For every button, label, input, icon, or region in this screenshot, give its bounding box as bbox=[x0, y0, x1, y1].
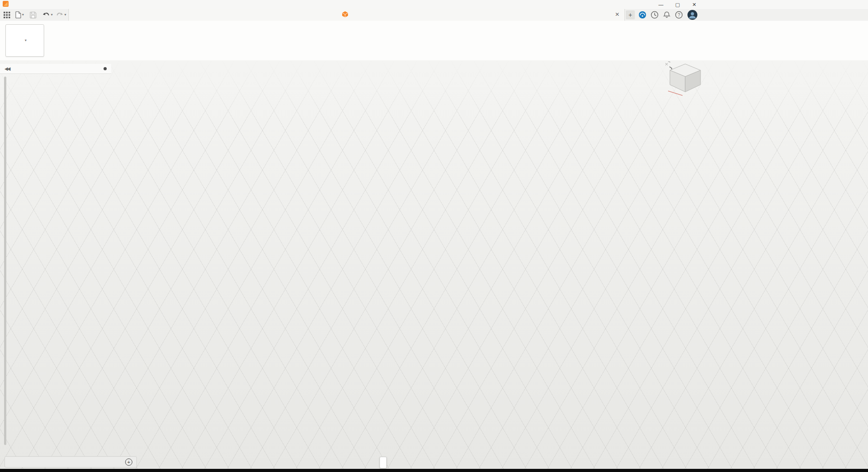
notifications-bell-icon[interactable] bbox=[663, 11, 671, 19]
document-icon bbox=[342, 11, 348, 19]
view-cube[interactable] bbox=[657, 56, 709, 103]
avatar[interactable] bbox=[687, 9, 698, 20]
comment-bar[interactable]: + bbox=[5, 456, 137, 467]
undo-icon[interactable]: ▾ bbox=[42, 11, 53, 19]
maximize-button[interactable]: ▢ bbox=[670, 0, 685, 9]
document-tab-close-icon[interactable]: ✕ bbox=[614, 11, 621, 18]
svg-text:?: ? bbox=[678, 13, 680, 18]
add-comment-icon[interactable]: + bbox=[125, 458, 132, 466]
new-tab-button[interactable]: + bbox=[626, 10, 635, 19]
fusion360-window: — ▢ ✕ ▾ ▾ ▾ ✕ + bbox=[0, 0, 868, 472]
home-icon[interactable] bbox=[665, 62, 670, 65]
fusion-logo-icon bbox=[3, 1, 9, 8]
browser-header[interactable]: ◀◀ bbox=[0, 64, 111, 74]
collapse-panel-icon[interactable]: ◀◀ bbox=[5, 66, 9, 71]
bottom-black-strip bbox=[0, 469, 868, 472]
app-grid-icon[interactable] bbox=[4, 11, 10, 19]
viewcube-x-axis-line bbox=[668, 91, 683, 95]
navigation-bar bbox=[380, 457, 387, 468]
online-status-icon[interactable] bbox=[638, 11, 646, 19]
redo-icon[interactable]: ▾ bbox=[56, 11, 66, 19]
help-icon[interactable]: ? bbox=[675, 11, 683, 19]
viewport[interactable] bbox=[0, 60, 868, 469]
workspace-selector[interactable]: ▾ bbox=[5, 24, 44, 57]
ribbon-toolbar: ▾ bbox=[0, 21, 868, 61]
document-tab[interactable]: ✕ bbox=[68, 9, 625, 21]
save-icon[interactable] bbox=[30, 11, 36, 19]
job-status-icon[interactable] bbox=[651, 11, 659, 19]
model-canvas[interactable] bbox=[0, 60, 868, 469]
minimize-button[interactable]: — bbox=[654, 0, 668, 9]
title-bar: — ▢ ✕ bbox=[0, 0, 868, 9]
view-cube-body[interactable] bbox=[670, 64, 701, 92]
panel-options-icon[interactable] bbox=[104, 67, 107, 70]
quick-access-toolbar: ▾ ▾ ▾ ✕ + ? bbox=[0, 9, 868, 21]
file-menu-icon[interactable]: ▾ bbox=[15, 11, 24, 19]
browser-scrollbar[interactable] bbox=[4, 77, 6, 445]
close-button[interactable]: ✕ bbox=[687, 0, 701, 9]
